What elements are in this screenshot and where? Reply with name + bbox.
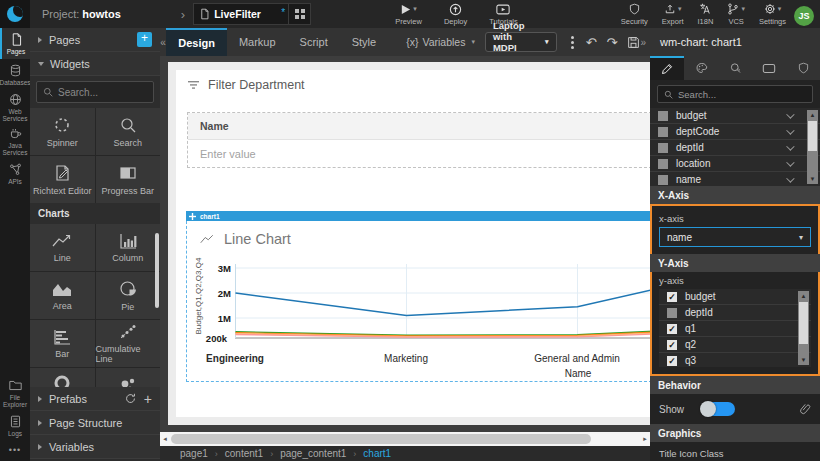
chart-widget-body[interactable]: Line Chart Budget,Q1,Q2,Q3,Q4 3M 2M 1M 2…	[186, 221, 652, 382]
rail-item-pages[interactable]: Pages	[0, 28, 30, 59]
widget-tile-cumulative-line[interactable]: Cumulative Line	[96, 320, 161, 367]
breadcrumb-page-content1[interactable]: page_content1	[280, 448, 346, 459]
widget-tile-donut-partial[interactable]	[30, 368, 95, 387]
y-options-scrollbar[interactable]: ▲▼	[798, 291, 809, 365]
grid-view-icon[interactable]	[288, 4, 310, 24]
breadcrumb-page1[interactable]: page1	[180, 448, 208, 459]
checkbox[interactable]: ✓	[667, 324, 677, 334]
checkbox[interactable]	[658, 175, 668, 185]
filter-panel-heading[interactable]: Filter Department	[188, 78, 305, 92]
widget-selection-bar[interactable]: chart1	[186, 211, 652, 221]
variables-section-header[interactable]: Variables	[30, 435, 160, 459]
widget-tile-search[interactable]: Search	[96, 108, 161, 155]
refresh-icon[interactable]	[125, 393, 136, 404]
y-option-deptid[interactable]: deptId	[659, 305, 811, 321]
more-options-button[interactable]	[567, 36, 578, 49]
chevron-down-icon[interactable]	[786, 142, 794, 150]
widget-tile-bar[interactable]: Bar	[30, 320, 95, 367]
scroll-left-arrow[interactable]: ◂	[160, 432, 170, 446]
breadcrumb-content1[interactable]: content1	[225, 448, 263, 459]
left-panel-scrollbar[interactable]	[155, 233, 159, 308]
tab-properties-pencil[interactable]	[650, 56, 684, 80]
tab-style[interactable]: Style	[340, 28, 388, 56]
add-page-button[interactable]: +	[137, 32, 152, 47]
rail-item-web-services[interactable]: Web Services	[0, 90, 30, 124]
y-option-q2[interactable]: ✓q2	[659, 337, 811, 353]
rail-item-databases[interactable]: Databases	[0, 59, 30, 90]
prefabs-section-header[interactable]: Prefabs +	[30, 387, 160, 411]
bind-property-icon[interactable]	[799, 403, 811, 415]
checkbox[interactable]: ✓	[667, 356, 677, 366]
save-button[interactable]	[627, 36, 640, 49]
tab-security-shield[interactable]	[786, 56, 820, 80]
page-structure-section-header[interactable]: Page Structure	[30, 411, 160, 435]
vcs-button[interactable]: ▾ VCS	[727, 0, 745, 28]
livefilter-form[interactable]: Name	[187, 112, 652, 168]
widgets-section-header[interactable]: Widgets	[30, 52, 160, 76]
collapse-right-panel-button[interactable]: »	[640, 37, 646, 48]
field-row-name[interactable]: name	[650, 172, 820, 186]
checkbox[interactable]	[658, 143, 668, 153]
checkbox[interactable]	[658, 159, 668, 169]
preview-button[interactable]: ▾ Preview	[395, 0, 422, 28]
field-row-budget[interactable]: budget	[650, 108, 820, 124]
undo-button[interactable]: ↶	[586, 35, 597, 50]
widget-tile-spinner[interactable]: Spinner	[30, 108, 95, 155]
tab-events-inspect[interactable]	[718, 56, 752, 80]
checkbox[interactable]	[658, 127, 668, 137]
canvas-hscrollbar[interactable]: ◂ ▸	[160, 432, 650, 446]
export-button[interactable]: ▾ Export	[662, 0, 684, 28]
redo-button[interactable]: ↷	[607, 35, 618, 50]
tab-device-display[interactable]	[752, 56, 786, 80]
security-button[interactable]: Security	[621, 0, 648, 28]
variables-menu[interactable]: {x} Variables ▾	[406, 36, 475, 48]
properties-search-input[interactable]	[678, 89, 806, 100]
user-avatar[interactable]: JS	[794, 6, 814, 26]
rail-item-logs[interactable]: Logs	[0, 410, 30, 441]
name-filter-input[interactable]	[200, 148, 595, 160]
device-selector[interactable]: Laptop with MDPI Screen ▾	[485, 32, 557, 52]
scroll-right-arrow[interactable]: ▸	[640, 432, 650, 446]
checkbox[interactable]: ✓	[667, 340, 677, 350]
app-logo[interactable]	[0, 0, 30, 28]
widget-tile-line[interactable]: Line	[30, 224, 95, 271]
rail-item-java-services[interactable]: Java Services	[0, 124, 30, 158]
widget-tile-bubble-partial[interactable]	[96, 368, 161, 387]
field-row-location[interactable]: location	[650, 156, 820, 172]
add-prefab-button[interactable]: +	[144, 394, 152, 404]
y-option-q1[interactable]: ✓q1	[659, 321, 811, 337]
fields-scrollbar[interactable]: ▲▼	[807, 110, 818, 184]
hscroll-thumb[interactable]	[171, 434, 591, 444]
settings-button[interactable]: ▾ Settings	[759, 0, 786, 28]
widget-tile-column[interactable]: Column	[96, 224, 161, 271]
page-tab-livefilter[interactable]: LiveFilter *	[193, 3, 311, 25]
checkbox[interactable]	[658, 111, 668, 121]
widget-tile-progress-bar[interactable]: Progress Bar	[96, 156, 161, 203]
chart-widget[interactable]: chart1 Line Chart Budget,Q1,Q2,Q3,Q4 3M …	[186, 211, 652, 382]
widget-search-input[interactable]	[58, 87, 147, 98]
page-content[interactable]: Filter Department Name chart1 Line Chart	[176, 70, 650, 417]
i18n-button[interactable]: I18N	[698, 0, 714, 28]
chevron-down-icon[interactable]	[786, 110, 794, 118]
checkbox[interactable]: ✓	[667, 292, 677, 302]
tab-script[interactable]: Script	[288, 28, 340, 56]
widget-tile-area[interactable]: Area	[30, 272, 95, 319]
widget-tile-pie[interactable]: Pie	[96, 272, 161, 319]
tab-styles-palette[interactable]	[684, 56, 718, 80]
chevron-down-icon[interactable]	[786, 158, 794, 166]
rail-item-apis[interactable]: APIs	[0, 158, 30, 189]
show-toggle[interactable]	[701, 402, 735, 416]
tab-markup[interactable]: Markup	[227, 28, 288, 56]
y-option-budget[interactable]: ✓budget	[659, 289, 811, 305]
rail-item-file-explorer[interactable]: File Explorer	[0, 376, 30, 410]
checkbox[interactable]	[667, 308, 677, 318]
y-option-q3[interactable]: ✓q3	[659, 353, 811, 367]
pages-section-header[interactable]: Pages +	[30, 28, 160, 52]
widget-tile-richtext-editor[interactable]: Richtext Editor	[30, 156, 95, 203]
rail-more-button[interactable]: •••	[0, 441, 30, 461]
chevron-down-icon[interactable]	[786, 174, 794, 182]
breadcrumb-chart1[interactable]: chart1	[363, 448, 391, 459]
x-axis-select[interactable]: name ▾	[659, 227, 811, 247]
field-row-deptid[interactable]: deptId	[650, 140, 820, 156]
tab-design[interactable]: Design	[166, 28, 227, 56]
